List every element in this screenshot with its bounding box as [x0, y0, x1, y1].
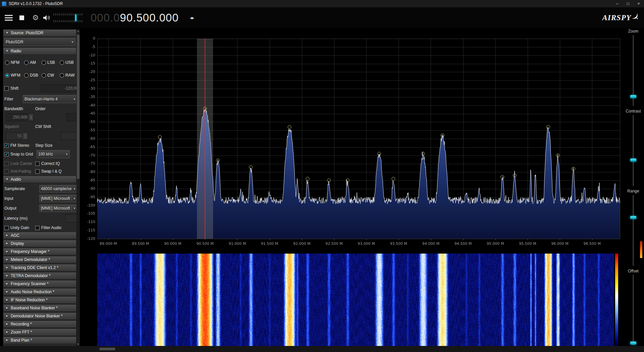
close-button[interactable]: × — [633, 0, 644, 7]
mode-nfm[interactable]: NFM — [5, 60, 24, 65]
slider-label: Zoom — [623, 29, 644, 34]
scrollbar-thumb[interactable] — [99, 348, 115, 350]
panel-meteor-demodulator[interactable]: ►Meteor Demodulator * — [3, 256, 76, 263]
snap-to-grid-checkbox[interactable]: ✓ — [4, 152, 9, 157]
slider-handle[interactable] — [630, 216, 636, 219]
mode-label: RAW — [65, 73, 75, 78]
panel-band-plan[interactable]: ►Band Plan * — [3, 337, 76, 344]
slider-track[interactable] — [633, 195, 634, 266]
spinner-icon[interactable]: ▲▼ — [29, 114, 33, 121]
panel-title: Baseband Noise Blanker * — [11, 306, 58, 310]
shift-checkbox[interactable] — [4, 86, 9, 91]
radio-dot-icon — [60, 73, 64, 78]
step-size-label: Step Size — [35, 143, 52, 148]
frequency-step-arrows[interactable]: ◂▸ — [190, 15, 194, 21]
mute-button[interactable] — [43, 15, 50, 21]
spectrum-display[interactable] — [87, 30, 622, 251]
mode-cw[interactable]: CW — [42, 73, 60, 78]
lock-carrier-checkbox[interactable] — [4, 162, 9, 166]
minimize-button[interactable]: – — [612, 0, 623, 7]
chevron-down-icon: ▼ — [64, 153, 68, 156]
volume-slider[interactable] — [54, 13, 83, 22]
lock-carrier-label: Lock Carrier — [10, 161, 32, 166]
slider-track[interactable] — [633, 35, 634, 106]
panel-agc[interactable]: ►AGC — [3, 232, 76, 239]
mode-wfm[interactable]: WFM — [5, 73, 24, 78]
device-select[interactable]: PlutoSDR ▼ — [4, 38, 75, 46]
panel-frequency-manager[interactable]: ►Frequency Manager * — [3, 248, 76, 255]
panel-title: Frequency Manager * — [11, 249, 49, 254]
scroll-down-icon[interactable]: ▼ — [76, 343, 80, 345]
squelch-input[interactable]: 50 ▲▼ — [6, 132, 28, 140]
panel-zoom-fft[interactable]: ►Zoom FFT * — [3, 328, 76, 336]
chevron-down-icon: ▼ — [70, 41, 74, 44]
slider-handle[interactable] — [630, 159, 636, 162]
samplerate-select[interactable]: 48000 sample/sec ▼ — [39, 185, 76, 192]
mode-lsb[interactable]: LSB — [42, 60, 60, 65]
radio-section-header[interactable]: ▼ Radio — [3, 47, 76, 55]
unity-gain-label: Unity Gain — [10, 225, 29, 230]
shift-input[interactable]: -120,000,000 ▲▼ — [40, 84, 76, 92]
expand-arrow-icon: ► — [6, 250, 8, 253]
frequency-leading-zeros: 000.0 — [91, 11, 120, 24]
scrollbar-thumb[interactable] — [77, 35, 79, 179]
window-controls: – □ × — [612, 0, 644, 7]
audio-output-select[interactable]: [MME] Microsoft 声 ▼ — [39, 205, 76, 212]
title-bar: SDR# v1.0.0.1732 - PlutoSDR – □ × — [0, 0, 644, 7]
filter-value: Blackman-Harris 4 — [24, 97, 58, 101]
mode-raw[interactable]: RAW — [60, 73, 76, 78]
volume-thumb[interactable] — [75, 14, 76, 21]
bandwidth-input[interactable]: 250,000 ▲▼ — [6, 113, 34, 121]
panel-recording[interactable]: ►Recording * — [3, 320, 76, 328]
menu-button[interactable] — [5, 14, 13, 22]
panel-tetra-demodulator[interactable]: ►TETRA Demodulator * — [3, 272, 76, 279]
latency-input[interactable]: 51 ▲▼ — [65, 214, 76, 222]
stop-button[interactable] — [19, 15, 24, 20]
anti-fading-checkbox[interactable] — [4, 169, 9, 174]
mode-am[interactable]: AM — [24, 60, 42, 65]
mode-usb[interactable]: USB — [60, 60, 76, 65]
audio-section-header[interactable]: ▼ Audio — [3, 176, 76, 183]
panel-baseband-noise-blanker[interactable]: ►Baseband Noise Blanker * — [3, 304, 76, 312]
scroll-gradient-thumb[interactable] — [640, 241, 642, 258]
slider-track[interactable] — [633, 115, 634, 186]
collapse-arrow-icon: ▼ — [6, 178, 8, 181]
swap-iq-checkbox[interactable] — [35, 169, 40, 174]
device-name: PlutoSDR — [6, 40, 23, 44]
panel-if-noise-reduction[interactable]: ►IF Noise Reduction * — [3, 296, 76, 304]
fm-stereo-checkbox[interactable]: ✓ — [4, 143, 9, 148]
slider-handle[interactable] — [630, 342, 636, 345]
mode-label: AM — [30, 60, 36, 65]
order-input[interactable]: 250 ▲▼ — [66, 113, 76, 121]
section-title: Audio — [11, 177, 21, 182]
correct-iq-checkbox[interactable] — [35, 162, 40, 166]
slider-handle[interactable] — [630, 95, 636, 98]
scroll-up-icon[interactable]: ▲ — [76, 30, 80, 32]
audio-input-select[interactable]: [MME] Microsoft 声 ▼ — [39, 195, 76, 202]
sdrsharp-window: SDR# v1.0.0.1732 - PlutoSDR – □ × ⚙ — [0, 0, 644, 352]
bandwidth-label: Bandwidth — [4, 106, 23, 111]
slider-track[interactable] — [633, 275, 634, 345]
panel-display[interactable]: ►Display — [3, 240, 76, 247]
panel-demodulator-noise-blanker[interactable]: ►Demodulator Noise Blanker * — [3, 312, 76, 320]
source-section-header[interactable]: ▼ Source: PlutoSDR — [3, 29, 76, 37]
unity-gain-checkbox[interactable] — [4, 226, 9, 230]
filter-audio-checkbox[interactable] — [35, 226, 40, 230]
bottom-scrollbar[interactable] — [0, 346, 644, 352]
step-size-select[interactable]: 100 kHz ▼ — [37, 150, 70, 158]
waterfall-display[interactable] — [97, 254, 614, 346]
speaker-icon — [43, 15, 50, 21]
expand-arrow-icon: ► — [6, 315, 8, 317]
section-title: Source: PlutoSDR — [11, 31, 43, 35]
panel-audio-noise-reduction[interactable]: ►Audio Noise Reduction * — [3, 288, 76, 296]
mode-dsb[interactable]: DSB — [24, 73, 42, 78]
panel-tracking-dde-client-v1-2[interactable]: ►Tracking DDE Client v1.2 * — [3, 264, 76, 271]
panel-frequency-scanner[interactable]: ►Frequency Scanner * — [3, 280, 76, 288]
frequency-display[interactable]: 000.090.500.000 — [91, 11, 179, 24]
cw-shift-input[interactable]: 1,000 ▲▼ — [61, 132, 76, 140]
mode-label: USB — [65, 60, 74, 65]
filter-select[interactable]: Blackman-Harris 4 ▼ — [23, 95, 76, 103]
sidebar-scrollbar[interactable]: ▲ ▼ — [76, 29, 80, 346]
settings-button[interactable]: ⚙ — [32, 14, 39, 21]
maximize-button[interactable]: □ — [623, 0, 633, 7]
